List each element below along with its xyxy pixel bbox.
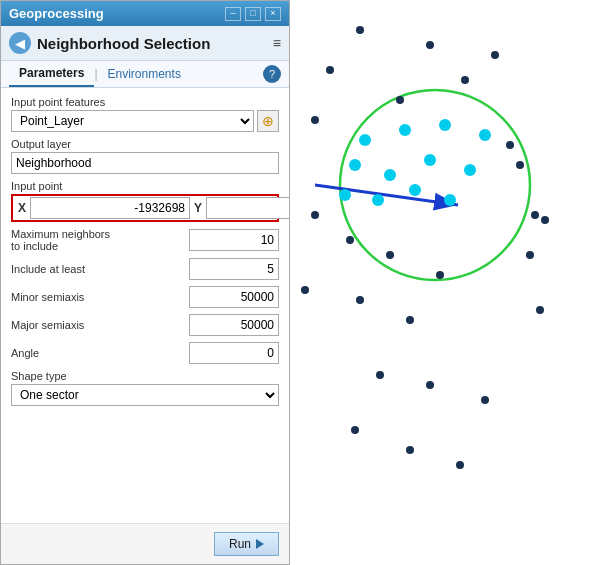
svg-point-9 bbox=[396, 96, 404, 104]
menu-icon[interactable]: ≡ bbox=[273, 35, 281, 51]
max-neighbors-label: Maximum neighborsto include bbox=[11, 228, 189, 252]
geoprocessing-panel: Geoprocessing – □ × ◀ Neighborhood Selec… bbox=[0, 0, 290, 565]
map-area bbox=[290, 0, 595, 565]
svg-point-11 bbox=[506, 141, 514, 149]
svg-point-30 bbox=[359, 134, 371, 146]
svg-point-38 bbox=[339, 189, 351, 201]
svg-point-24 bbox=[481, 396, 489, 404]
svg-point-19 bbox=[536, 306, 544, 314]
major-semiaxis-label: Major semiaxis bbox=[11, 319, 189, 331]
svg-rect-0 bbox=[290, 0, 595, 565]
output-layer-group: Output layer bbox=[11, 138, 279, 174]
minimize-button[interactable]: – bbox=[225, 7, 241, 21]
svg-point-25 bbox=[351, 426, 359, 434]
window-title: Geoprocessing bbox=[9, 6, 104, 21]
svg-point-34 bbox=[349, 159, 361, 171]
svg-point-13 bbox=[531, 211, 539, 219]
tab-parameters[interactable]: Parameters bbox=[9, 61, 94, 87]
svg-point-31 bbox=[399, 124, 411, 136]
max-neighbors-input[interactable] bbox=[189, 229, 279, 251]
svg-point-28 bbox=[541, 216, 549, 224]
y-label: Y bbox=[190, 201, 206, 215]
include-at-least-row: Include at least bbox=[11, 258, 279, 280]
svg-point-15 bbox=[526, 251, 534, 259]
svg-point-14 bbox=[311, 211, 319, 219]
run-arrow-icon bbox=[256, 539, 264, 549]
shape-type-label: Shape type bbox=[11, 370, 279, 382]
angle-row: Angle bbox=[11, 342, 279, 364]
include-at-least-input[interactable] bbox=[189, 258, 279, 280]
angle-input[interactable] bbox=[189, 342, 279, 364]
panel-body: Input point features Point_Layer ⊕ Outpu… bbox=[1, 88, 289, 523]
max-neighbors-group: Maximum neighborsto include bbox=[11, 228, 279, 252]
input-point-features-input-wrapper: Point_Layer bbox=[11, 110, 254, 132]
svg-point-41 bbox=[444, 194, 456, 206]
svg-point-40 bbox=[409, 184, 421, 196]
x-label: X bbox=[14, 201, 30, 215]
input-point-features-select[interactable]: Point_Layer bbox=[11, 110, 254, 132]
major-semiaxis-group: Major semiaxis bbox=[11, 314, 279, 336]
panel-title: Neighborhood Selection bbox=[37, 35, 210, 52]
minor-semiaxis-label: Minor semiaxis bbox=[11, 291, 189, 303]
titlebar: Geoprocessing – □ × bbox=[1, 1, 289, 26]
svg-point-16 bbox=[346, 236, 354, 244]
svg-point-29 bbox=[301, 286, 309, 294]
svg-point-18 bbox=[436, 271, 444, 279]
svg-point-33 bbox=[479, 129, 491, 141]
svg-point-4 bbox=[356, 26, 364, 34]
svg-point-23 bbox=[426, 381, 434, 389]
help-icon[interactable]: ? bbox=[263, 65, 281, 83]
svg-point-10 bbox=[311, 116, 319, 124]
shape-type-group: Shape type One sector Four sectors Circl… bbox=[11, 370, 279, 406]
svg-point-35 bbox=[384, 169, 396, 181]
input-point-group: Input point X Y bbox=[11, 180, 279, 222]
input-point-features-row: Point_Layer ⊕ bbox=[11, 110, 279, 132]
svg-point-22 bbox=[376, 371, 384, 379]
minor-semiaxis-group: Minor semiaxis bbox=[11, 286, 279, 308]
titlebar-controls: – □ × bbox=[225, 7, 281, 21]
svg-point-36 bbox=[424, 154, 436, 166]
svg-point-5 bbox=[426, 41, 434, 49]
tabs-bar: Parameters | Environments ? bbox=[1, 61, 289, 88]
svg-point-17 bbox=[386, 251, 394, 259]
svg-point-37 bbox=[464, 164, 476, 176]
minor-semiaxis-input[interactable] bbox=[189, 286, 279, 308]
output-layer-input[interactable] bbox=[11, 152, 279, 174]
x-input[interactable] bbox=[30, 197, 190, 219]
tab-environments[interactable]: Environments bbox=[98, 62, 191, 86]
svg-point-7 bbox=[326, 66, 334, 74]
back-button[interactable]: ◀ bbox=[9, 32, 31, 54]
output-layer-label: Output layer bbox=[11, 138, 279, 150]
svg-point-26 bbox=[406, 446, 414, 454]
svg-point-39 bbox=[372, 194, 384, 206]
panel-footer: Run bbox=[1, 523, 289, 564]
svg-point-12 bbox=[516, 161, 524, 169]
svg-point-6 bbox=[491, 51, 499, 59]
svg-point-32 bbox=[439, 119, 451, 131]
input-point-features-group: Input point features Point_Layer ⊕ bbox=[11, 96, 279, 132]
panel-header: ◀ Neighborhood Selection ≡ bbox=[1, 26, 289, 61]
svg-point-20 bbox=[356, 296, 364, 304]
major-semiaxis-row: Major semiaxis bbox=[11, 314, 279, 336]
y-input[interactable] bbox=[206, 197, 289, 219]
svg-point-8 bbox=[461, 76, 469, 84]
angle-label: Angle bbox=[11, 347, 189, 359]
major-semiaxis-input[interactable] bbox=[189, 314, 279, 336]
input-point-label: Input point bbox=[11, 180, 279, 192]
include-at-least-label: Include at least bbox=[11, 263, 189, 275]
close-button[interactable]: × bbox=[265, 7, 281, 21]
map-svg bbox=[290, 0, 595, 565]
restore-button[interactable]: □ bbox=[245, 7, 261, 21]
minor-semiaxis-row: Minor semiaxis bbox=[11, 286, 279, 308]
include-at-least-group: Include at least bbox=[11, 258, 279, 280]
add-layer-button[interactable]: ⊕ bbox=[257, 110, 279, 132]
run-label: Run bbox=[229, 537, 251, 551]
input-point-features-label: Input point features bbox=[11, 96, 279, 108]
angle-group: Angle bbox=[11, 342, 279, 364]
xy-row: X Y bbox=[11, 194, 279, 222]
svg-point-21 bbox=[406, 316, 414, 324]
shape-type-select[interactable]: One sector Four sectors Circle bbox=[11, 384, 279, 406]
run-button[interactable]: Run bbox=[214, 532, 279, 556]
max-neighbors-row: Maximum neighborsto include bbox=[11, 228, 279, 252]
svg-point-27 bbox=[456, 461, 464, 469]
